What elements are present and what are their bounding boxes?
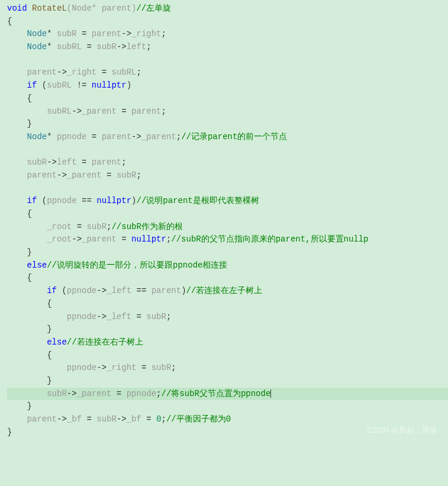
code-line: { bbox=[7, 15, 448, 28]
comment: //若连接在右子树上 bbox=[67, 337, 143, 347]
code-line: if (ppnode->_left == parent)//若连接在左子树上 bbox=[7, 285, 448, 298]
code-line: parent->_bf = subR->_bf = 0;//平衡因子都为0 bbox=[7, 413, 448, 426]
code-line: } bbox=[7, 323, 448, 336]
code-line: else//若连接在右子树上 bbox=[7, 336, 448, 349]
comment: //说明parent是根即代表整棵树 bbox=[136, 196, 259, 205]
code-line: } bbox=[7, 118, 448, 131]
code-line: Node* subR = parent->_right; bbox=[7, 28, 448, 41]
comment: //左单旋 bbox=[136, 4, 171, 13]
comment: //若连接在左子树上 bbox=[186, 286, 263, 295]
keyword-if: if bbox=[27, 81, 37, 90]
params: (Node* parent) bbox=[67, 4, 137, 13]
code-line: { bbox=[7, 349, 448, 362]
code-block: void RotateL(Node* parent)//左单旋 { Node* … bbox=[7, 2, 448, 439]
code-line: _root = subR;//subR作为新的根 bbox=[7, 221, 448, 234]
code-line: { bbox=[7, 208, 448, 221]
code-line: void RotateL(Node* parent)//左单旋 bbox=[7, 2, 448, 15]
number: 0 bbox=[156, 414, 161, 424]
type: Node bbox=[27, 29, 47, 38]
keyword-else: else bbox=[27, 260, 47, 270]
code-line bbox=[7, 144, 448, 157]
comment: //subR作为新的根 bbox=[111, 222, 182, 231]
code-line: { bbox=[7, 92, 448, 105]
code-line: ppnode->_left = subR; bbox=[7, 311, 448, 324]
code-line: } bbox=[7, 375, 448, 388]
keyword-void: void bbox=[7, 4, 27, 13]
code-line: else//说明旋转的是一部分，所以要跟ppnode相连接 bbox=[7, 259, 448, 272]
comment: //将subR父节点置为ppnode bbox=[162, 389, 271, 398]
var: subRL bbox=[57, 42, 82, 52]
code-line-highlighted: subR->_parent = ppnode;//将subR父节点置为ppnod… bbox=[7, 388, 448, 401]
comment: //记录parent的前一个节点 bbox=[181, 132, 287, 141]
code-line: parent->_parent = subR; bbox=[7, 169, 448, 182]
code-line: ppnode->_right = subR; bbox=[7, 362, 448, 375]
function-name: RotateL bbox=[32, 4, 67, 13]
comment: //subR的父节点指向原来的parent,所以要置nullp bbox=[171, 234, 368, 244]
code-line: } bbox=[7, 400, 448, 413]
code-line: } bbox=[7, 426, 448, 439]
code-line: parent->_right = subRL; bbox=[7, 66, 448, 79]
text-cursor-icon bbox=[270, 390, 271, 398]
code-line: { bbox=[7, 298, 448, 311]
code-line: { bbox=[7, 272, 448, 285]
code-line bbox=[7, 182, 448, 195]
code-line: _root->_parent = nullptr;//subR的父节点指向原来的… bbox=[7, 233, 448, 246]
code-line: if (subRL != nullptr) bbox=[7, 79, 448, 92]
code-line: if (ppnode == nullptr)//说明parent是根即代表整棵树 bbox=[7, 195, 448, 208]
code-line: subR->left = parent; bbox=[7, 156, 448, 169]
code-line: Node* ppnode = parent->_parent;//记录paren… bbox=[7, 131, 448, 144]
code-line: Node* subRL = subR->left; bbox=[7, 41, 448, 54]
comment: //平衡因子都为0 bbox=[166, 414, 231, 424]
comment: //说明旋转的是一部分，所以要跟ppnode相连接 bbox=[47, 260, 227, 270]
type: Node bbox=[27, 42, 47, 52]
expr: parent bbox=[92, 29, 121, 38]
code-line: } bbox=[7, 246, 448, 259]
code-line: subRL->_parent = parent; bbox=[7, 105, 448, 118]
var: subR bbox=[57, 29, 77, 38]
code-line bbox=[7, 54, 448, 67]
